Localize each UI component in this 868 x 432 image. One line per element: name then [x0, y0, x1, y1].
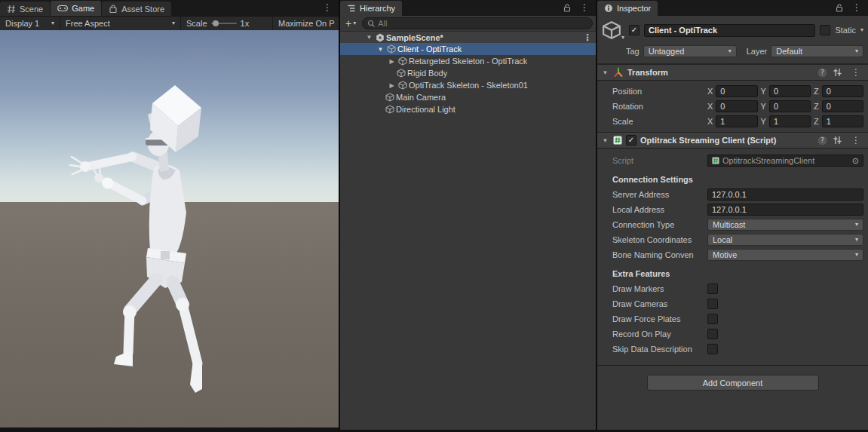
add-component-button[interactable]: Add Component	[647, 375, 819, 391]
skip-data-description-checkbox[interactable]	[707, 344, 718, 354]
draw-markers-checkbox[interactable]	[707, 283, 718, 294]
search-placeholder: All	[378, 19, 387, 28]
hierarchy-toolbar: + ▾ All	[340, 16, 596, 32]
gameobject-name-field[interactable]: Client - OptiTrack	[644, 24, 815, 37]
chevron-down-icon[interactable]: ▾	[860, 27, 863, 33]
foldout-open-icon[interactable]: ▼	[376, 46, 385, 53]
help-icon[interactable]: ?	[817, 136, 827, 146]
position-label: Position	[612, 87, 704, 96]
hierarchy-item-retargeted-skeleton[interactable]: ▶ Retargeted Skeleton - OptiTrack	[340, 55, 596, 67]
maximize-on-play-button[interactable]: Maximize On P	[273, 17, 339, 30]
scale-x-field[interactable]: 1	[716, 115, 757, 127]
tab-game[interactable]: Game	[51, 1, 101, 16]
foldout-closed-icon[interactable]: ▶	[387, 82, 397, 89]
transform-body: Position X 0 Y 0 Z 0 Rotation X 0	[597, 81, 868, 132]
tab-asset-store[interactable]: Asset Store	[102, 2, 171, 16]
tab-game-label: Game	[72, 4, 94, 13]
presets-icon[interactable]	[833, 68, 842, 77]
local-address-field[interactable]: 127.0.0.1	[707, 204, 863, 216]
inspector-menu-icon[interactable]: ⋮	[848, 2, 865, 13]
scale-slider-knob[interactable]	[213, 20, 219, 26]
connection-type-dropdown[interactable]: Multicast ▾	[707, 219, 863, 231]
draw-cameras-checkbox[interactable]	[707, 299, 718, 309]
game-viewport[interactable]	[0, 30, 339, 432]
aspect-dropdown[interactable]: Free Aspect ▾	[60, 17, 181, 30]
position-row: Position X 0 Y 0 Z 0	[597, 84, 868, 99]
transform-menu-icon[interactable]: ⋮	[848, 67, 864, 78]
position-z-field[interactable]: 0	[822, 85, 863, 97]
rotation-row: Rotation X 0 Y 0 Z 0	[597, 99, 868, 114]
plus-icon: +	[345, 17, 351, 29]
tab-scene[interactable]: Scene	[0, 2, 50, 16]
component-enabled-checkbox[interactable]: ✓	[626, 135, 636, 146]
tab-asset-store-label: Asset Store	[121, 5, 164, 14]
hierarchy-scene-row[interactable]: ▼ SampleScene* ⋮	[340, 32, 596, 43]
hierarchy-item-rigid-body[interactable]: Rigid Body	[340, 67, 596, 79]
axis-y-label: Y	[761, 102, 766, 111]
foldout-open-icon[interactable]: ▼	[601, 137, 609, 144]
scale-slider[interactable]	[211, 23, 237, 24]
lock-icon[interactable]	[563, 3, 572, 12]
tab-hierarchy[interactable]: Hierarchy	[340, 1, 402, 16]
chevron-down-icon: ▾	[728, 48, 732, 54]
chevron-down-icon: ▾	[353, 20, 356, 26]
script-field-label: Script	[612, 156, 704, 165]
position-x-field[interactable]: 0	[716, 85, 757, 97]
draw-force-plates-row: Draw Force Plates	[597, 311, 868, 326]
axis-y-label: Y	[761, 87, 766, 96]
active-checkbox[interactable]: ✓	[629, 25, 639, 35]
rotation-y-field[interactable]: 0	[769, 100, 811, 112]
unity-scene-icon	[376, 33, 385, 42]
axis-z-label: Z	[814, 117, 819, 126]
bone-naming-convention-row: Bone Naming Conven Motive ▾	[597, 247, 868, 262]
object-picker-icon[interactable]: ⊙	[852, 156, 859, 166]
tab-inspector[interactable]: Inspector	[597, 1, 658, 16]
display-dropdown[interactable]: Display 1 ▾	[0, 17, 60, 30]
bone-naming-convention-dropdown[interactable]: Motive ▾	[707, 249, 863, 261]
hierarchy-search-input[interactable]: All	[362, 17, 593, 29]
tag-dropdown[interactable]: Untagged ▾	[643, 45, 737, 57]
rotation-z-field[interactable]: 0	[822, 100, 863, 112]
lock-icon[interactable]	[835, 3, 844, 12]
scale-z-field[interactable]: 1	[822, 115, 863, 127]
rotation-x-field[interactable]: 0	[716, 100, 757, 112]
axis-z-label: Z	[814, 102, 819, 111]
static-checkbox[interactable]	[820, 25, 830, 35]
transform-tool-icon	[613, 67, 624, 78]
transform-header[interactable]: ▼ Transform ?	[597, 64, 868, 81]
script-menu-icon[interactable]: ⋮	[848, 135, 864, 146]
optitrack-script-header[interactable]: ▼ ✓ Optitrack Streaming Client (Script) …	[597, 132, 868, 149]
connection-settings-title: Connection Settings	[597, 168, 868, 187]
layer-dropdown[interactable]: Default ▾	[771, 45, 863, 57]
maximize-on-play-label: Maximize On P	[278, 19, 335, 28]
help-icon[interactable]: ?	[817, 68, 827, 78]
scene-menu-icon[interactable]: ⋮	[579, 32, 596, 43]
position-y-field[interactable]: 0	[769, 85, 811, 97]
hierarchy-item-directional-light[interactable]: Directional Light	[340, 103, 596, 115]
script-value: OptitrackStreamingClient	[722, 156, 814, 165]
create-object-button[interactable]: + ▾	[343, 17, 358, 29]
hierarchy-item-optitrack-skeleton[interactable]: ▶ OptiTrack Skeleton - Skeleton01	[340, 79, 596, 91]
chevron-down-icon: ▾	[855, 252, 858, 258]
hierarchy-menu-icon[interactable]: ⋮	[576, 2, 593, 13]
foldout-closed-icon[interactable]: ▶	[387, 58, 397, 65]
hierarchy-item-main-camera[interactable]: Main Camera	[340, 91, 596, 103]
chevron-down-icon: ▾	[855, 237, 858, 243]
optitrack-script-component: ▼ ✓ Optitrack Streaming Client (Script) …	[597, 132, 868, 358]
server-address-field[interactable]: 127.0.0.1	[707, 188, 863, 201]
draw-force-plates-checkbox[interactable]	[707, 314, 718, 324]
gameobject-icon[interactable]: ▾	[602, 20, 624, 41]
script-object-field[interactable]: OptitrackStreamingClient ⊙	[707, 155, 863, 167]
foldout-open-icon[interactable]: ▼	[601, 69, 609, 76]
tab-scene-label: Scene	[20, 5, 43, 14]
record-on-play-checkbox[interactable]	[707, 329, 718, 339]
game-panel-menu-icon[interactable]: ⋮	[319, 2, 336, 13]
scale-y-field[interactable]: 1	[769, 115, 811, 127]
gameobject-header: ▾ ✓ Client - OptiTrack Static ▾ Tag Unta…	[597, 16, 868, 64]
foldout-open-icon[interactable]: ▼	[364, 34, 374, 41]
skeleton-coordinates-dropdown[interactable]: Local ▾	[707, 234, 863, 246]
hierarchy-item-client-optitrack[interactable]: ▼ Client - OptiTrack	[340, 43, 596, 55]
presets-icon[interactable]	[833, 136, 842, 145]
aspect-dropdown-value: Free Aspect	[66, 19, 110, 28]
axis-x-label: X	[707, 102, 713, 111]
